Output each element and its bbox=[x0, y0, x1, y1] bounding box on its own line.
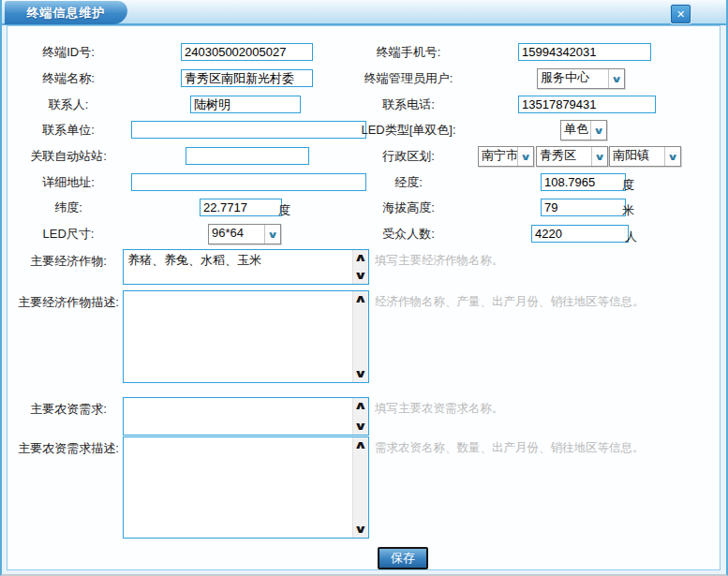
main-crops-desc-scrollbar[interactable]: ∧ ∨ bbox=[352, 291, 368, 382]
agri-needs-textarea[interactable]: ∧ ∨ bbox=[123, 397, 369, 436]
region-city-value: 南宁市 bbox=[479, 147, 517, 166]
longitude-input[interactable] bbox=[541, 173, 626, 191]
agri-needs-desc-textarea[interactable]: ∧ ∨ bbox=[123, 436, 369, 539]
terminal-id-input[interactable] bbox=[181, 43, 313, 61]
close-icon: ✕ bbox=[676, 8, 685, 21]
contact-unit-input[interactable] bbox=[131, 121, 366, 139]
latitude-unit: 度 bbox=[278, 202, 290, 219]
contact-person-label: 联系人: bbox=[7, 96, 129, 113]
main-crops-desc-text[interactable] bbox=[124, 291, 352, 382]
close-button[interactable]: ✕ bbox=[671, 5, 691, 23]
audience-unit: 人 bbox=[625, 229, 637, 245]
led-size-dropdown-button[interactable]: ∨ bbox=[264, 225, 280, 244]
scroll-down-icon[interactable]: ∨ bbox=[354, 524, 368, 535]
led-size-value: 96*64 bbox=[209, 225, 264, 244]
longitude-label: 经度: bbox=[342, 174, 475, 191]
address-input[interactable] bbox=[131, 173, 366, 191]
led-size-label: LED尺寸: bbox=[7, 226, 129, 243]
scroll-up-icon[interactable]: ∧ bbox=[354, 294, 368, 304]
main-crops-desc-textarea[interactable]: ∧ ∨ bbox=[123, 290, 369, 383]
chevron-down-icon: ∨ bbox=[520, 152, 531, 162]
region-label: 行政区划: bbox=[342, 148, 475, 165]
terminal-phone-input[interactable] bbox=[518, 43, 651, 61]
admin-user-select[interactable]: 服务中心 ∨ bbox=[537, 68, 625, 89]
address-label: 详细地址: bbox=[7, 174, 129, 191]
region-city-select[interactable]: 南宁市 ∨ bbox=[478, 146, 534, 167]
region-city-dropdown-button[interactable]: ∨ bbox=[517, 147, 533, 166]
region-town-value: 南阳镇 bbox=[610, 147, 664, 166]
contact-person-input[interactable] bbox=[190, 96, 301, 113]
save-button[interactable]: 保存 bbox=[378, 547, 428, 569]
main-crops-desc-hint: 经济作物名称、产量、出产月份、销往地区等信息。 bbox=[375, 294, 645, 310]
region-district-value: 青秀区 bbox=[537, 147, 591, 166]
latitude-label: 纬度: bbox=[7, 199, 129, 216]
admin-user-dropdown-button[interactable]: ∨ bbox=[608, 69, 624, 88]
agri-needs-label: 主要农资需求: bbox=[7, 401, 129, 418]
contact-unit-label: 联系单位: bbox=[7, 122, 129, 139]
title-bar: 终端信息维护 ✕ bbox=[2, 0, 726, 25]
scroll-up-icon[interactable]: ∧ bbox=[354, 440, 368, 450]
region-town-select[interactable]: 南阳镇 ∨ bbox=[609, 146, 681, 167]
agri-needs-scrollbar[interactable]: ∧ ∨ bbox=[352, 398, 368, 435]
scroll-up-icon[interactable]: ∧ bbox=[354, 401, 368, 411]
terminal-id-label: 终端ID号: bbox=[7, 44, 129, 61]
agri-needs-desc-hint: 需求农资名称、数量、出产月份、销往地区等信息。 bbox=[375, 440, 645, 456]
region-district-dropdown-button[interactable]: ∨ bbox=[591, 147, 607, 166]
scroll-up-icon[interactable]: ∧ bbox=[354, 253, 368, 263]
led-type-dropdown-button[interactable]: ∨ bbox=[590, 121, 606, 140]
agri-needs-desc-scrollbar[interactable]: ∧ ∨ bbox=[352, 437, 368, 538]
chevron-down-icon: ∨ bbox=[593, 126, 604, 136]
agri-needs-desc-label: 主要农资需求描述: bbox=[7, 440, 129, 457]
chevron-down-icon: ∨ bbox=[594, 152, 605, 162]
region-district-select[interactable]: 青秀区 ∨ bbox=[536, 146, 608, 167]
main-crops-scrollbar[interactable]: ∧ ∨ bbox=[352, 250, 368, 284]
scroll-down-icon[interactable]: ∨ bbox=[354, 271, 368, 281]
main-crops-hint: 填写主要经济作物名称。 bbox=[375, 253, 504, 269]
agri-needs-text[interactable] bbox=[124, 398, 352, 435]
altitude-label: 海拔高度: bbox=[342, 199, 475, 216]
led-type-select[interactable]: 单色 ∨ bbox=[560, 120, 607, 140]
linked-station-input[interactable] bbox=[186, 147, 309, 165]
main-crops-text[interactable]: 养猪、养兔、水稻、玉米 bbox=[124, 250, 352, 284]
window-title-tab: 终端信息维护 bbox=[5, 1, 127, 24]
contact-phone-label: 联系电话: bbox=[342, 96, 475, 113]
admin-user-label: 终端管理员用户: bbox=[342, 70, 475, 87]
altitude-unit: 米 bbox=[622, 202, 634, 219]
terminal-info-dialog: 终端信息维护 ✕ 终端ID号: 终端手机号: 终端名称: 终端管理员用户: 服务… bbox=[0, 0, 728, 576]
main-crops-label: 主要经济作物: bbox=[7, 253, 129, 270]
altitude-input[interactable] bbox=[541, 199, 626, 216]
latitude-input[interactable] bbox=[200, 199, 282, 216]
audience-label: 受众人数: bbox=[342, 226, 475, 243]
chevron-down-icon: ∨ bbox=[667, 152, 678, 162]
agri-needs-desc-text[interactable] bbox=[124, 437, 352, 538]
led-size-select[interactable]: 96*64 ∨ bbox=[208, 224, 281, 244]
linked-station-label: 关联自动站站: bbox=[7, 148, 129, 165]
terminal-phone-label: 终端手机号: bbox=[342, 44, 475, 61]
audience-input[interactable] bbox=[531, 225, 629, 243]
scroll-down-icon[interactable]: ∨ bbox=[354, 369, 368, 379]
chevron-down-icon: ∨ bbox=[611, 74, 622, 84]
window-title: 终端信息维护 bbox=[27, 6, 106, 20]
terminal-name-input[interactable] bbox=[181, 69, 313, 87]
main-crops-textarea[interactable]: 养猪、养兔、水稻、玉米 ∧ ∨ bbox=[123, 249, 369, 285]
scroll-down-icon[interactable]: ∨ bbox=[354, 421, 368, 432]
main-crops-desc-label: 主要经济作物描述: bbox=[7, 294, 129, 311]
admin-user-value: 服务中心 bbox=[538, 69, 608, 88]
led-type-value: 单色 bbox=[561, 121, 590, 140]
terminal-name-label: 终端名称: bbox=[7, 70, 129, 87]
contact-phone-input[interactable] bbox=[518, 96, 656, 113]
region-town-dropdown-button[interactable]: ∨ bbox=[664, 147, 680, 166]
led-type-label: LED类型[单双色]: bbox=[342, 122, 475, 139]
longitude-unit: 度 bbox=[622, 177, 634, 194]
chevron-down-icon: ∨ bbox=[267, 229, 278, 240]
agri-needs-hint: 填写主要农资需求名称。 bbox=[375, 401, 504, 417]
